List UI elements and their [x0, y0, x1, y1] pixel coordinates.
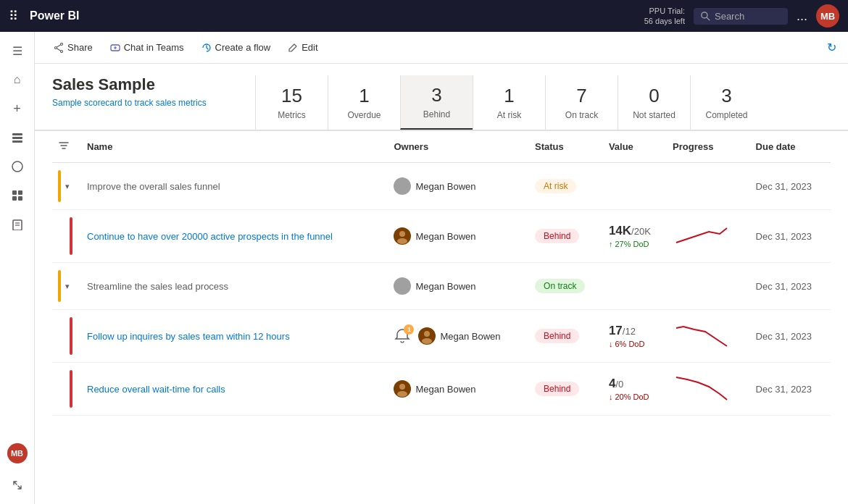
row-name-cell: Reduce overall wait-time for calls: [81, 363, 388, 416]
row-name[interactable]: Improve the overall sales funnel: [87, 181, 220, 192]
nav-apps-icon[interactable]: [4, 154, 30, 180]
owner-cell: Megan Bowen: [394, 380, 523, 398]
dod-value: ↓ 20% DoD: [609, 392, 661, 401]
row-progress-cell: [667, 210, 750, 263]
app-logo: Power BI: [30, 9, 636, 22]
more-options-button[interactable]: ...: [797, 9, 807, 24]
row-owners-cell: 1 Megan Bowen: [388, 310, 529, 363]
dod-value: ↑ 27% DoD: [609, 240, 661, 248]
nav-learn-icon[interactable]: [4, 211, 30, 238]
metric-card-completed[interactable]: 3 Completed: [690, 75, 762, 130]
nav-user-avatar[interactable]: MB: [4, 440, 30, 466]
svg-line-16: [57, 44, 60, 47]
row-value-cell: 17/12 ↓ 6% DoD: [603, 310, 667, 363]
metric-label-completed: Completed: [705, 110, 747, 120]
dod-value: ↓ 6% DoD: [609, 340, 661, 348]
metric-label-on-track: On track: [565, 110, 598, 120]
nav-home-icon[interactable]: ⌂: [4, 67, 30, 93]
row-owners-cell: Megan Bowen: [388, 163, 529, 210]
nav-create-icon[interactable]: +: [4, 96, 30, 122]
row-expand-chevron[interactable]: ▾: [65, 282, 70, 291]
col-progress-header: Progress: [667, 131, 750, 163]
metric-card-behind[interactable]: 3 Behind: [400, 75, 473, 130]
metric-card-on-track[interactable]: 7 On track: [545, 75, 618, 130]
row-name-cell: Follow up inquires by sales team within …: [81, 310, 388, 363]
owner-name: Megan Bowen: [440, 331, 500, 342]
trial-info: PPU Trial: 56 days left: [644, 6, 685, 27]
table-row: ▾ Streamline the sales lead process Mega…: [52, 263, 831, 310]
row-name[interactable]: Reduce overall wait-time for calls: [87, 384, 225, 395]
metric-card-at-risk[interactable]: 1 At risk: [473, 75, 545, 130]
teams-icon: [110, 43, 120, 53]
svg-point-5: [12, 161, 22, 172]
top-navigation: ⠿ Power BI PPU Trial: 56 days left Searc…: [0, 0, 848, 32]
nav-expand-icon[interactable]: [4, 472, 30, 498]
metric-num-behind: 3: [431, 84, 441, 106]
create-flow-button[interactable]: Create a flow: [194, 38, 278, 57]
search-box[interactable]: Search: [694, 8, 788, 25]
metric-num-at-risk: 1: [504, 85, 514, 107]
table-row: Follow up inquires by sales team within …: [52, 310, 831, 363]
chat-in-teams-button[interactable]: Chat in Teams: [103, 38, 191, 57]
owner-cell: Megan Bowen: [394, 177, 523, 195]
search-icon: [701, 12, 710, 21]
share-icon: [54, 43, 64, 53]
row-name-cell: Continue to have over 20000 active prosp…: [81, 210, 388, 263]
svg-point-22: [422, 338, 432, 344]
owner-name: Megan Bowen: [415, 231, 475, 242]
table-row: Continue to have over 20000 active prosp…: [52, 210, 831, 263]
row-bar-cell: [52, 210, 81, 263]
col-name-header: Name: [81, 131, 388, 163]
row-status-cell: Behind: [529, 310, 603, 363]
row-name-cell: Streamline the sales lead process: [81, 263, 388, 310]
svg-point-15: [55, 46, 57, 49]
row-status-cell: Behind: [529, 363, 603, 416]
metric-card-overdue[interactable]: 1 Overdue: [328, 75, 400, 130]
nav-scorecard-icon[interactable]: [4, 182, 30, 209]
scorecard-title-section: Sales Sample Sample scorecard to track s…: [52, 75, 255, 130]
owner-avatar: [394, 277, 411, 295]
edit-button[interactable]: Edit: [280, 38, 325, 57]
metric-card-metrics[interactable]: 15 Metrics: [255, 75, 328, 130]
scorecard-title: Sales Sample: [52, 75, 241, 94]
refresh-icon[interactable]: ↻: [827, 41, 836, 54]
nav-avatar[interactable]: MB: [7, 443, 28, 463]
left-navigation: ☰ ⌂ + MB: [0, 32, 35, 504]
svg-rect-4: [12, 140, 22, 143]
col-filter[interactable]: [52, 131, 81, 163]
metric-label-at-risk: At risk: [497, 110, 521, 120]
nav-menu-icon[interactable]: ☰: [4, 38, 30, 64]
user-avatar[interactable]: MB: [816, 4, 839, 28]
metric-num-not-started: 0: [649, 85, 659, 107]
row-indicator-bar: [58, 170, 61, 202]
svg-rect-6: [12, 190, 17, 195]
create-flow-label: Create a flow: [215, 42, 271, 53]
scorecard-subtitle: Sample scorecard to track sales metrics: [52, 97, 241, 109]
row-indicator-bar: [70, 217, 72, 255]
apps-icon[interactable]: ⠿: [9, 8, 18, 24]
svg-rect-2: [12, 133, 22, 135]
svg-rect-3: [12, 137, 22, 139]
svg-point-14: [61, 50, 63, 52]
metric-label-behind: Behind: [423, 109, 450, 119]
edit-label: Edit: [302, 42, 317, 53]
avatar-initials: MB: [820, 11, 835, 22]
svg-point-21: [424, 331, 430, 337]
svg-line-17: [57, 48, 60, 51]
row-name[interactable]: Follow up inquires by sales team within …: [87, 331, 290, 342]
svg-point-20: [397, 238, 407, 244]
row-name[interactable]: Streamline the sales lead process: [87, 281, 228, 292]
svg-point-13: [61, 43, 63, 45]
nav-browse-icon[interactable]: [4, 125, 30, 151]
row-owners-cell: Megan Bowen: [388, 363, 529, 416]
metric-label-metrics: Metrics: [278, 110, 306, 120]
svg-rect-9: [18, 196, 22, 201]
row-owners-cell: Megan Bowen: [388, 263, 529, 310]
row-progress-cell: [667, 310, 750, 363]
row-value-cell: [603, 263, 667, 310]
row-expand-chevron[interactable]: ▾: [65, 182, 70, 191]
row-name[interactable]: Continue to have over 20000 active prosp…: [87, 231, 333, 242]
metric-card-not-started[interactable]: 0 Not started: [618, 75, 690, 130]
metric-label-not-started: Not started: [633, 110, 676, 120]
share-button[interactable]: Share: [46, 38, 100, 57]
